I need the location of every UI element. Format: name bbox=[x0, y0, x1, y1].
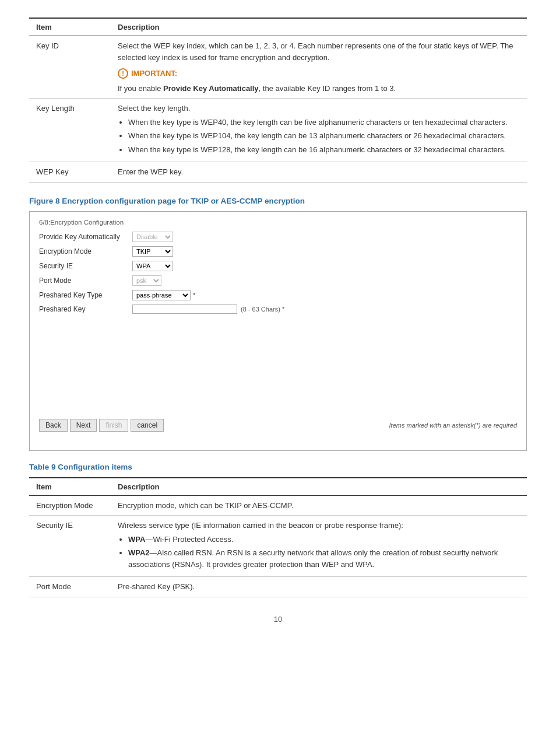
config-panel: 6/8:Encryption Configuration Provide Key… bbox=[29, 211, 527, 451]
security-ie-item-description: Wireless service type (IE information ca… bbox=[111, 516, 527, 577]
provide-key-label: Provide Key Automatically bbox=[39, 233, 132, 241]
top-table-header-item: Item bbox=[29, 18, 111, 36]
figure-title: Figure 8 Encryption configuration page f… bbox=[29, 197, 527, 205]
preshared-key-label: Preshared Key bbox=[39, 305, 132, 313]
page-number: 10 bbox=[29, 615, 527, 624]
table-row: Encryption Mode Encryption mode, which c… bbox=[29, 495, 527, 516]
important-icon: ! bbox=[118, 68, 128, 79]
back-button[interactable]: Back bbox=[39, 419, 68, 432]
finish-button[interactable]: finish bbox=[99, 419, 128, 432]
config-row-encryption-mode: Encryption Mode TKIP bbox=[39, 246, 517, 257]
key-length-description: Select the key length. When the key type… bbox=[111, 99, 527, 162]
config-panel-title: 6/8:Encryption Configuration bbox=[39, 219, 517, 226]
config-row-preshared-key: Preshared Key (8 - 63 Chars) * bbox=[39, 304, 517, 314]
encryption-mode-select[interactable]: TKIP bbox=[132, 246, 173, 257]
config-row-security-ie: Security IE WPA bbox=[39, 261, 517, 271]
table-row: Key Length Select the key length. When t… bbox=[29, 99, 527, 162]
wep-key-description: Enter the WEP key. bbox=[111, 162, 527, 183]
button-row: Back Next finish cancel Items marked wit… bbox=[39, 419, 517, 432]
preshared-key-input[interactable] bbox=[132, 304, 237, 314]
security-ie-item-label: Security IE bbox=[29, 516, 111, 577]
wep-key-label: WEP Key bbox=[29, 162, 111, 183]
preshared-key-type-asterisk: * bbox=[193, 292, 195, 299]
next-button[interactable]: Next bbox=[70, 419, 97, 432]
bottom-table-header-item: Item bbox=[29, 478, 111, 496]
top-table: Item Description Key ID Select the WEP k… bbox=[29, 18, 527, 183]
port-mode-item-label: Port Mode bbox=[29, 577, 111, 597]
port-mode-select[interactable]: psk bbox=[132, 275, 161, 286]
encryption-mode-label: Encryption Mode bbox=[39, 247, 132, 256]
port-mode-item-description: Pre-shared Key (PSK). bbox=[111, 577, 527, 597]
top-table-header-description: Description bbox=[111, 18, 527, 36]
enc-mode-description: Encryption mode, which can be TKIP or AE… bbox=[111, 495, 527, 516]
table-row: Security IE Wireless service type (IE in… bbox=[29, 516, 527, 577]
enc-mode-label: Encryption Mode bbox=[29, 495, 111, 516]
key-length-label: Key Length bbox=[29, 99, 111, 162]
table-row: Key ID Select the WEP key index, which c… bbox=[29, 36, 527, 99]
key-id-description: Select the WEP key index, which can be 1… bbox=[111, 36, 527, 99]
config-row-port-mode: Port Mode psk bbox=[39, 275, 517, 286]
config-row-provide-key: Provide Key Automatically Disable bbox=[39, 232, 517, 242]
preshared-key-hint: (8 - 63 Chars) * bbox=[241, 306, 284, 313]
table-row: WEP Key Enter the WEP key. bbox=[29, 162, 527, 183]
cancel-button[interactable]: cancel bbox=[131, 419, 164, 432]
bottom-table: Item Description Encryption Mode Encrypt… bbox=[29, 477, 527, 597]
provide-key-select[interactable]: Disable bbox=[132, 232, 173, 242]
required-note: Items marked with an asterisk(*) are req… bbox=[389, 422, 517, 429]
important-block: ! IMPORTANT: bbox=[118, 68, 520, 79]
config-row-preshared-key-type: Preshared Key Type pass-phrase * bbox=[39, 290, 517, 300]
security-ie-label: Security IE bbox=[39, 262, 132, 270]
table-title: Table 9 Configuration items bbox=[29, 463, 527, 471]
preshared-key-type-select[interactable]: pass-phrase bbox=[132, 290, 191, 300]
port-mode-label: Port Mode bbox=[39, 276, 132, 285]
key-id-label: Key ID bbox=[29, 36, 111, 99]
preshared-key-type-label: Preshared Key Type bbox=[39, 291, 132, 299]
security-ie-select[interactable]: WPA bbox=[132, 261, 173, 271]
bottom-table-header-description: Description bbox=[111, 478, 527, 496]
table-row: Port Mode Pre-shared Key (PSK). bbox=[29, 577, 527, 597]
